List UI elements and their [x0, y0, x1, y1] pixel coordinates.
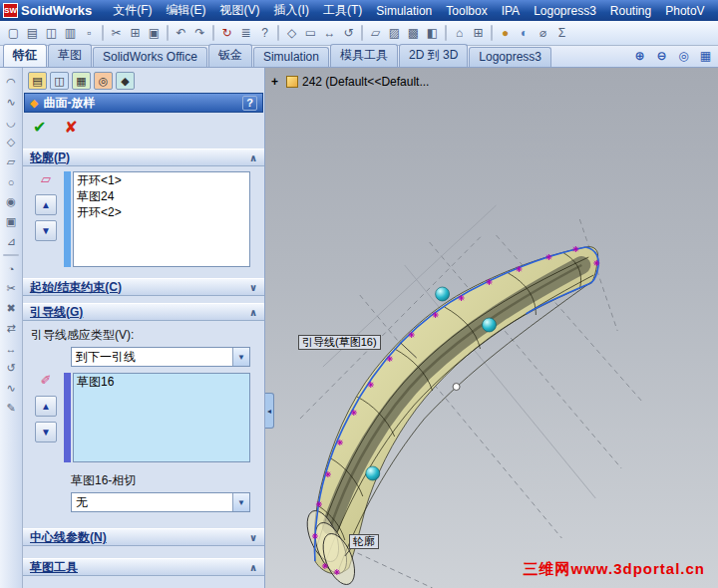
freeform-icon[interactable]: ✎ — [2, 399, 21, 418]
help-icon[interactable]: ? — [255, 24, 274, 43]
panel-flyout-handle[interactable]: ◂ — [265, 393, 274, 429]
dimxpert-tab-icon[interactable]: ◎ — [94, 72, 113, 90]
measure-icon[interactable]: ⌀ — [534, 24, 552, 43]
ok-button[interactable]: ✔ — [33, 118, 46, 137]
lofted-surface-icon[interactable]: ◇ — [2, 133, 21, 151]
menu-item[interactable]: 工具(T) — [316, 0, 369, 21]
paste-icon[interactable]: ▣ — [145, 24, 164, 43]
save-icon[interactable]: ◫ — [42, 24, 61, 43]
print-icon[interactable]: ▥ — [61, 24, 80, 43]
tree-expand-icon[interactable]: + — [271, 75, 282, 89]
rebuild-icon[interactable]: ↻ — [217, 24, 236, 43]
profile-list-item[interactable]: 开环<2> — [74, 204, 249, 220]
tab-solidworks-office[interactable]: SolidWorks Office — [93, 47, 207, 67]
cut-icon[interactable]: ✂ — [107, 24, 126, 43]
section-header-guides[interactable]: 引导线(G) ∧ — [23, 303, 264, 321]
equation-icon[interactable]: Σ — [552, 24, 571, 43]
menu-item[interactable]: 文件(F) — [106, 0, 159, 21]
vertex-marker[interactable] — [453, 384, 460, 391]
toolbar-options-icon[interactable]: ▦ — [696, 46, 715, 65]
move-guide-down-button[interactable]: ▼ — [35, 422, 57, 442]
menu-item[interactable]: PhotoV — [658, 2, 711, 20]
copy-icon[interactable]: ⊞ — [126, 24, 145, 43]
menu-item[interactable]: Simulation — [369, 2, 439, 20]
open-document-icon[interactable]: ▤ — [23, 24, 42, 43]
move-surface-icon[interactable]: ↔ — [2, 339, 21, 358]
profile-list-item[interactable]: 草图24 — [74, 188, 249, 204]
redo-icon[interactable]: ↷ — [190, 24, 209, 43]
menu-item[interactable]: Routing — [603, 2, 658, 20]
rotate-view-icon[interactable]: ↺ — [339, 24, 358, 43]
display-manager-tab-icon[interactable]: ◆ — [116, 72, 135, 90]
replace-face-icon[interactable]: ⇄ — [2, 319, 21, 338]
revolved-surface-icon[interactable]: ∿ — [2, 93, 21, 112]
view-orientation-icon[interactable]: ⌂ — [450, 24, 469, 43]
section-header-centerline[interactable]: 中心线参数(N) ∨ — [23, 528, 264, 546]
menu-item[interactable]: IPA — [495, 2, 527, 20]
flyout-feature-tree[interactable]: + 242 (Default<<Default... — [271, 75, 429, 89]
zoom-fit-icon[interactable]: ◇ — [282, 24, 301, 43]
zoom-area-icon[interactable]: ▭ — [301, 24, 320, 43]
combo-dropdown-icon[interactable]: ▼ — [232, 493, 249, 511]
section-view-icon[interactable]: ◧ — [423, 24, 442, 43]
configuration-manager-tab-icon[interactable]: ▦ — [72, 72, 91, 90]
planar-surface-icon[interactable]: ▣ — [2, 212, 21, 231]
guide-tangency-combobox[interactable]: 无 ▼ — [71, 492, 250, 512]
knit-surface-icon[interactable]: ◉ — [2, 192, 21, 211]
menu-item[interactable]: Logopress3 — [527, 2, 603, 20]
delete-face-icon[interactable]: ✖ — [2, 299, 21, 318]
feature-title: 曲面-放样 — [43, 95, 95, 112]
move-guide-up-button[interactable]: ▲ — [35, 396, 57, 417]
tab-sheet-metal[interactable]: 钣金 — [208, 44, 252, 67]
menu-item[interactable]: 视图(V) — [213, 0, 267, 21]
profile-list-item[interactable]: 开环<1> — [74, 172, 249, 188]
zoom-out-icon[interactable]: ⊖ — [652, 46, 671, 65]
tab-2d-to-3d[interactable]: 2D 到 3D — [399, 44, 468, 67]
wireframe-icon[interactable]: ▱ — [366, 24, 385, 43]
guide-influence-combobox[interactable]: 到下一引线 ▼ — [71, 347, 250, 367]
tab-sketch[interactable]: 草图 — [48, 44, 92, 67]
options-icon[interactable]: ≣ — [236, 24, 255, 43]
section-header-sketch-tools[interactable]: 草图工具 ∧ — [23, 558, 264, 576]
tab-features[interactable]: 特征 — [3, 44, 47, 67]
graphics-viewport[interactable]: + 242 (Default<<Default... 引导线(草图16) 轮廓 … — [265, 68, 718, 588]
menu-item[interactable]: Toolbox — [439, 2, 494, 20]
curve-icon[interactable]: ∿ — [2, 379, 21, 398]
menu-item[interactable]: 插入(I) — [267, 0, 316, 21]
shaded-icon[interactable]: ▩ — [404, 24, 423, 43]
design-binder-tab-icon[interactable]: ▤ — [28, 72, 47, 90]
extend-surface-icon[interactable]: ⊿ — [2, 232, 21, 251]
trim-surface-icon[interactable]: ✂ — [2, 279, 21, 298]
guide-list-item[interactable]: 草图16 — [74, 374, 249, 390]
combo-dropdown-icon[interactable]: ▼ — [232, 348, 249, 366]
offset-surface-icon[interactable]: ○ — [2, 172, 21, 191]
section-header-constraints[interactable]: 起始/结束约束(C) ∨ — [23, 278, 264, 296]
appearance-icon[interactable]: ● — [496, 24, 515, 43]
help-button[interactable]: ? — [242, 96, 257, 111]
extruded-surface-icon[interactable]: ◠ — [2, 73, 21, 92]
scene-icon[interactable]: ◐ — [515, 24, 534, 43]
zoom-selection-icon[interactable]: ◎ — [674, 46, 693, 65]
tab-mold-tools[interactable]: 模具工具 — [330, 44, 398, 67]
untrim-surface-icon[interactable]: ↺ — [2, 359, 21, 378]
new-document-icon[interactable]: ▢ — [4, 24, 23, 43]
tab-logopress3[interactable]: Logopress3 — [469, 47, 551, 67]
standard-views-icon[interactable]: ⊞ — [469, 24, 488, 43]
hidden-lines-icon[interactable]: ▨ — [385, 24, 404, 43]
section-header-profiles[interactable]: 轮廓(P) ∧ — [23, 148, 264, 166]
boundary-surface-icon[interactable]: ▱ — [2, 152, 21, 171]
move-profile-up-button[interactable]: ▲ — [35, 194, 57, 215]
guide-curve-callout[interactable]: 引导线(草图16) — [298, 335, 381, 350]
profile-callout[interactable]: 轮廓 — [349, 534, 379, 549]
undo-icon[interactable]: ↶ — [172, 24, 190, 43]
pan-icon[interactable]: ↔ — [320, 24, 339, 43]
print-preview-icon[interactable]: ▫ — [80, 24, 99, 43]
move-profile-down-button[interactable]: ▼ — [35, 220, 57, 241]
cancel-button[interactable]: ✘ — [64, 118, 77, 137]
zoom-in-icon[interactable]: ⊕ — [630, 46, 649, 65]
fillet-icon[interactable]: ◔ — [2, 259, 21, 278]
property-manager-tab-icon[interactable]: ◫ — [50, 72, 69, 90]
tab-simulation[interactable]: Simulation — [253, 47, 329, 67]
menu-item[interactable]: 编辑(E) — [160, 0, 213, 21]
swept-surface-icon[interactable]: ◡ — [2, 113, 21, 132]
